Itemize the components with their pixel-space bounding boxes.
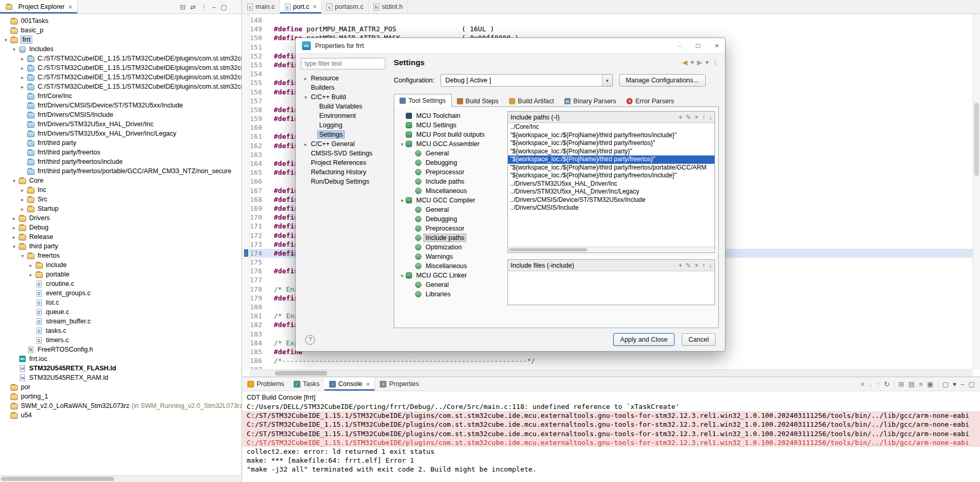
tree-item[interactable]: frrt/Core/Inc [0, 91, 241, 101]
forward-menu-icon[interactable]: ▾ [705, 59, 709, 66]
tree-item[interactable]: STM32U545RETX_FLASH.ld [0, 364, 241, 373]
tree-item[interactable]: frrt/Drivers/CMSIS/Include [0, 110, 241, 119]
annotation-marker-icon[interactable] [244, 249, 248, 257]
collapse-arrow-icon[interactable]: ▾ [19, 253, 26, 259]
forward-icon[interactable]: ▶ [697, 59, 702, 66]
link-with-editor-icon[interactable]: ⇄ [190, 4, 196, 10]
editor-tab[interactable]: main.c [243, 0, 280, 14]
tree-item[interactable]: SWM_v2.0_LoRaWAN_Stm32L073rz (in SWM_Run… [0, 401, 241, 411]
filter-input[interactable] [301, 58, 385, 69]
maximize-icon[interactable]: □ [696, 42, 700, 50]
maximize-view-icon[interactable]: ▢ [221, 4, 227, 10]
pin-console-icon[interactable]: ▣ [927, 381, 933, 388]
editor-hscrollbar[interactable] [250, 369, 973, 377]
scrollbar-thumb[interactable] [1, 477, 114, 481]
move-up-icon[interactable]: ↑ [702, 262, 705, 269]
dialog-nav-item[interactable]: Build Variables [301, 102, 391, 111]
collapse-arrow-icon[interactable]: ▾ [10, 46, 18, 52]
tree-item[interactable]: tasks.c [0, 326, 241, 335]
include-path-row[interactable]: "${workspace_loc:/${ProjName}/third part… [508, 148, 715, 156]
tree-item[interactable]: por [0, 382, 241, 392]
tree-item[interactable]: stream_buffer.c [0, 317, 241, 326]
minimize-icon[interactable]: – [677, 42, 681, 50]
add-icon[interactable]: + [679, 114, 682, 121]
expand-arrow-icon[interactable]: ▸ [19, 187, 26, 193]
console-line[interactable]: C:/ST/STM32CubeIDE_1.15.1/STM32CubeIDE/p… [243, 411, 980, 420]
edit-icon[interactable]: ✎ [686, 262, 691, 269]
expand-arrow-icon[interactable]: ▸ [19, 75, 26, 80]
tree-item[interactable]: ▸Startup [0, 204, 241, 213]
expand-arrow-icon[interactable]: ▸ [10, 215, 18, 221]
scroll-lock-icon[interactable]: ▤ [908, 381, 914, 388]
collapse-all-icon[interactable]: ⊟ [180, 4, 186, 10]
tree-item[interactable]: frrt/Drivers/STM32U5xx_HAL_Driver/Inc/Le… [0, 129, 241, 138]
dialog-titlebar[interactable]: IDE Properties for frrt – □ × [296, 38, 725, 54]
tree-item[interactable]: ▾freertos [0, 251, 241, 260]
close-view-icon[interactable]: × [366, 380, 370, 388]
view-menu-icon[interactable]: ⋮ [712, 59, 719, 66]
expand-arrow-icon[interactable]: ▸ [10, 225, 18, 231]
dialog-nav-item[interactable]: Project References [301, 158, 391, 167]
tree-item[interactable]: timers.c [0, 335, 241, 345]
console-view-tab-tasks[interactable]: ✓Tasks [289, 377, 324, 391]
collapse-arrow-icon[interactable]: ▾ [302, 94, 309, 100]
delete-icon[interactable]: × [695, 262, 698, 269]
move-down-icon[interactable]: ↓ [709, 262, 712, 269]
include-path-row[interactable]: ../Drivers/STM32U5xx_HAL_Driver/Inc/Lega… [508, 188, 715, 196]
expand-arrow-icon[interactable]: ▸ [302, 76, 309, 81]
tool-tree-item[interactable]: ▾MCU GCC Assembler [397, 139, 504, 149]
dialog-nav-item[interactable]: Settings [301, 130, 391, 139]
tool-tree-item[interactable]: General [397, 280, 504, 290]
minimize-view-icon[interactable]: – [960, 381, 964, 388]
dialog-nav-item[interactable]: ▸C/C++ General [301, 139, 391, 149]
tree-item[interactable]: queue.c [0, 307, 241, 317]
tool-tree-item[interactable]: Optimization [397, 243, 504, 252]
dialog-nav-item[interactable]: ▸Resource [301, 74, 391, 83]
open-console-dropdown-icon[interactable]: ▾ [953, 381, 957, 388]
close-view-icon[interactable]: × [68, 3, 72, 11]
tree-item[interactable]: ▸C:/ST/STM32CubeIDE_1.15.1/STM32CubeIDE/… [0, 54, 241, 63]
dialog-nav-item[interactable]: Refactoring History [301, 167, 391, 177]
editor-tab[interactable]: port.c× [280, 0, 322, 14]
help-icon[interactable]: ? [305, 335, 315, 345]
tree-item[interactable]: frrt/Drivers/STM32U5xx_HAL_Driver/Inc [0, 119, 241, 129]
tree-item[interactable]: ▸Drivers [0, 213, 241, 223]
include-path-row[interactable]: ../Drivers/STM32U5xx_HAL_Driver/Inc [508, 180, 715, 188]
dialog-nav-item[interactable]: Run/Debug Settings [301, 177, 391, 186]
add-icon[interactable]: + [679, 262, 682, 269]
scrollbar-thumb[interactable] [974, 103, 979, 176]
move-down-icon[interactable]: ↓ [709, 114, 712, 121]
close-icon[interactable]: × [715, 42, 719, 50]
console-output[interactable]: C:/Users/DELL/STM32CubeIDE/porting/frrt/… [243, 402, 980, 474]
collapse-arrow-icon[interactable]: ▾ [398, 141, 406, 147]
tree-item[interactable]: ▸include [0, 260, 241, 270]
code-line[interactable]: 149#define portMPU_MAIR_ATTR2_POS ( 16UL… [250, 25, 973, 33]
dialog-nav-item[interactable]: ▾C/C++ Build [301, 92, 391, 102]
tree-item[interactable]: ▸C:/ST/STM32CubeIDE_1.15.1/STM32CubeIDE/… [0, 73, 241, 82]
console-line[interactable]: "make -j32 all" terminated with exit cod… [243, 465, 980, 474]
dialog-nav-item[interactable]: Logging [301, 121, 391, 130]
code-line[interactable]: 148 [250, 16, 973, 25]
collapse-arrow-icon[interactable]: ▾ [398, 273, 406, 279]
tool-tree-item[interactable]: MCU Post build outputs [397, 130, 504, 139]
console-line[interactable]: C:/ST/STM32CubeIDE_1.15.1/STM32CubeIDE/p… [243, 420, 980, 429]
show-console-on-output-icon[interactable]: ↻ [884, 381, 890, 388]
tree-item[interactable]: STM32U545RETX_RAM.ld [0, 373, 241, 382]
view-menu-icon[interactable]: ⋮ [200, 4, 207, 10]
tool-tree-item[interactable]: Include paths [397, 233, 504, 243]
tool-tree-item[interactable]: Libraries [397, 290, 504, 299]
collapse-arrow-icon[interactable]: ▾ [398, 198, 406, 203]
collapse-arrow-icon[interactable]: ▾ [10, 178, 18, 184]
tree-item[interactable]: croutine.c [0, 279, 241, 288]
move-up-icon[interactable]: ↑ [702, 114, 705, 121]
code-line[interactable]: 186/*-----------------------------------… [250, 356, 973, 365]
previous-annotation-icon[interactable]: ↑ [876, 381, 880, 388]
include-path-row[interactable]: ../Drivers/CMSIS/Include [508, 204, 715, 212]
include-path-row[interactable]: "${workspace_loc:/${ProjName}/third part… [508, 172, 715, 180]
editor-tab[interactable]: stdint.h [369, 0, 408, 14]
console-view-tab-properties[interactable]: ≡Properties [375, 377, 424, 391]
expand-arrow-icon[interactable]: ▸ [10, 234, 18, 240]
back-icon[interactable]: ◀ [682, 59, 687, 66]
code-line[interactable]: 187 [250, 365, 973, 369]
edit-icon[interactable]: ✎ [686, 114, 691, 121]
